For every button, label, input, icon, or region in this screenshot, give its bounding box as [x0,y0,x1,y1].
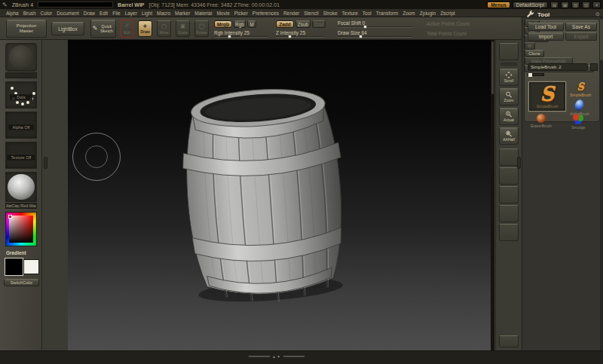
secondary-color-swatch[interactable] [23,259,39,274]
save-as-button[interactable]: Save As [565,23,597,31]
menu-macro[interactable]: Macro [157,11,170,16]
menu-file[interactable]: File [112,11,120,16]
move-mode-button[interactable]: ▢ Move [157,20,171,37]
menu-picker[interactable]: Picker [234,11,248,16]
menu-draw[interactable]: Draw [84,11,95,16]
clone-button[interactable]: Clone [525,50,544,57]
zoom-button[interactable]: Zoom [499,88,519,106]
edit-mode-button[interactable]: ✐ Edit [121,20,133,38]
slider-handle[interactable] [288,35,292,38]
import-button[interactable]: Import [528,32,564,41]
selected-tool-thumbnail[interactable]: S SimpleBrush [528,81,566,112]
scale-mode-button[interactable]: ▣ Scale [176,20,190,37]
goz-r-button[interactable]: R [525,42,535,50]
quick-sketch-button[interactable]: ✎ Quick Sketch [90,20,116,38]
titlebar-tool-icon[interactable]: ▦ [561,2,569,8]
local-button[interactable] [499,186,519,203]
tool-palette-column: Tool ⊙ Load Tool Save As Import Export G… [522,17,603,350]
tool-thumb-simplebrush[interactable]: S SimpleBrush [570,83,591,97]
menu-brush[interactable]: Brush [23,11,36,16]
menu-texture[interactable]: Texture [342,11,358,16]
document-name-field[interactable] [38,2,113,8]
menu-marker[interactable]: Marker [175,11,190,16]
menu-zoom[interactable]: Zoom [403,11,415,16]
menu-preferences[interactable]: Preferences [253,11,279,16]
focal-shift-slider[interactable]: Focal Shift 0 [338,20,413,26]
slider-handle[interactable] [528,73,532,77]
menus-button[interactable]: Menus [487,2,510,8]
persp-button[interactable] [499,148,519,166]
shelf-extra-button[interactable] [499,224,519,241]
draw-mode-button[interactable]: + Draw [138,20,152,37]
actual-size-button[interactable]: Actual [499,108,519,125]
shelf-scroll-button[interactable] [499,335,519,347]
rotate-mode-button[interactable]: ◯ Rotate [194,20,209,37]
bpr-render-button[interactable] [499,43,519,60]
frame-button[interactable] [499,205,519,222]
z-intensity-slider[interactable]: Z Intensity 25 [276,30,326,35]
titlebar-tool-icon[interactable]: ✦ [592,2,601,8]
left-divider-handle[interactable] [44,157,47,169]
slider-handle[interactable] [359,35,363,38]
menu-stroke[interactable]: Stroke [323,11,338,16]
color-picker[interactable] [5,212,37,246]
shelf-slider[interactable] [500,63,517,66]
menu-tool[interactable]: Tool [363,11,372,16]
default-script-button[interactable]: DefaultScript [513,2,548,8]
zadd-button[interactable]: Zadd [276,20,294,28]
rgb-button[interactable]: Rgb [234,20,246,28]
titlebar-tool-icon[interactable]: ▥ [582,2,590,8]
right-divider-handle[interactable] [517,157,521,169]
menu-transform[interactable]: Transform [376,11,398,16]
document-canvas[interactable] [68,40,494,350]
active-tool-name[interactable]: SimpleBrush. 2 [528,63,588,71]
current-material-thumbnail[interactable] [5,172,37,202]
menu-document[interactable]: Document [57,11,79,16]
tool-thumb-smudge[interactable]: Smudge [571,114,586,130]
barrel-model[interactable] [173,78,356,307]
menu-light[interactable]: Light [142,11,152,16]
lightbox-button[interactable]: LightBox [51,22,84,35]
floor-button[interactable] [499,167,519,185]
tool-mini-preview[interactable] [590,63,598,71]
aa-half-button[interactable]: AAHalf [499,127,519,145]
export-button[interactable]: Export [565,32,597,41]
mrgb-button[interactable]: Mrgb [214,20,232,28]
menu-material[interactable]: Material [194,11,212,16]
menu-render[interactable]: Render [283,11,299,16]
draw-size-slider[interactable]: Draw Size 64 [338,30,413,35]
menu-movie[interactable]: Movie [216,11,229,16]
palette-scrollbar[interactable] [600,17,603,350]
gradient-label[interactable]: Gradient [6,250,26,255]
projection-master-button[interactable]: Projection Master [6,20,47,38]
switch-color-button[interactable]: SwitchColor [4,279,39,286]
zsub-button[interactable]: Zsub [295,20,311,28]
slider-handle[interactable] [228,35,231,38]
load-tool-button[interactable]: Load Tool [528,23,564,31]
canvas-scrollbar[interactable] [491,40,494,350]
menu-zscript[interactable]: Zscript [440,11,455,16]
slider-handle[interactable] [363,25,367,29]
menu-zplugin[interactable]: Zplugin [420,11,436,16]
main-color-swatch[interactable] [5,258,23,276]
tool-item-slider[interactable] [528,73,544,76]
m-button[interactable]: M [247,20,256,28]
titlebar-tool-icon[interactable]: ▤ [550,2,559,8]
top-shelf: Projection Master LightBox ✎ Quick Sketc… [0,17,603,40]
saturation-value-square[interactable] [9,216,33,243]
palette-scrollbar-handle[interactable] [600,19,603,60]
current-brush-thumbnail[interactable] [5,43,37,72]
rgb-intensity-slider[interactable]: Rgb Intensity 25 [214,30,268,35]
canvas-scrollbar-handle[interactable] [491,41,494,94]
menu-stencil[interactable]: Stencil [304,11,319,16]
menu-alpha[interactable]: Alpha [6,11,19,16]
menu-layer[interactable]: Layer [125,11,137,16]
tool-thumb-eraserbrush[interactable]: EraserBrush [531,114,552,128]
titlebar-tool-icon[interactable]: ▧ [571,2,580,8]
scroll-button[interactable]: Scroll [499,69,519,86]
palette-options-icon[interactable]: ⊙ [595,11,600,17]
menu-edit[interactable]: Edit [99,11,108,16]
bottom-tray-toggle[interactable]: ▲▼ [249,354,305,359]
menu-color[interactable]: Color [41,11,53,16]
zcut-button[interactable]: Zcut [312,20,326,28]
